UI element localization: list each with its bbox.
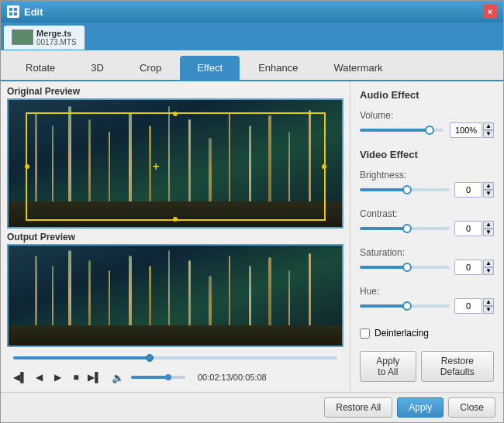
brightness-spin-down[interactable]: ▼ xyxy=(483,190,494,198)
hue-control-row: Hue: ▲ ▼ xyxy=(360,286,494,314)
output-video xyxy=(9,246,342,346)
saturation-thumb[interactable] xyxy=(402,263,412,272)
original-preview-label: Original Preview xyxy=(7,86,343,97)
file-thumbnail xyxy=(12,29,33,45)
window-title: Edit xyxy=(24,6,483,18)
output-preview-label: Output Preview xyxy=(7,232,343,242)
tab-enhance[interactable]: Enhance xyxy=(241,56,315,80)
brightness-slider-row: ▲ ▼ xyxy=(360,182,494,198)
next-frame-button[interactable]: ▶▌ xyxy=(88,370,102,384)
hue-label: Hue: xyxy=(360,286,494,297)
volume-fill-h xyxy=(360,129,426,132)
app-icon xyxy=(7,5,19,18)
tab-rotate[interactable]: Rotate xyxy=(9,56,72,80)
contrast-slider-row: ▲ ▼ xyxy=(360,221,494,236)
svg-rect-1 xyxy=(14,8,17,11)
output-preview-box xyxy=(7,244,343,347)
close-bottom-button[interactable]: Close xyxy=(448,397,495,418)
hue-spin-up[interactable]: ▲ xyxy=(483,298,494,306)
edit-window: Edit × Merge.ts 00173.MTS Rotate 3D Crop… xyxy=(0,0,504,423)
volume-value-input[interactable] xyxy=(450,122,482,138)
tab-crop[interactable]: Crop xyxy=(123,56,178,80)
crop-handle-right[interactable] xyxy=(322,164,326,169)
titlebar: Edit × xyxy=(1,1,503,22)
apply-to-all-button[interactable]: Apply to All xyxy=(360,351,416,382)
tab-watermark[interactable]: Watermark xyxy=(316,56,399,80)
deinterlacing-label: Deinterlacing xyxy=(375,328,429,339)
bottom-bar: Restore All Apply Close xyxy=(1,392,503,422)
play-button[interactable]: ▶ xyxy=(50,370,64,384)
hue-spinners: ▲ ▼ xyxy=(483,298,494,314)
original-preview-box: + xyxy=(7,98,343,229)
close-button[interactable]: × xyxy=(483,5,497,19)
saturation-label: Saturation: xyxy=(360,247,494,258)
prev-frame-button[interactable]: ◀ xyxy=(32,370,46,384)
player-controls: ◀▌ ◀ ▶ ■ ▶▌ 🔈 00:02:13/00:05:08 xyxy=(7,367,343,387)
original-video: + xyxy=(9,100,342,227)
contrast-spin-down[interactable]: ▼ xyxy=(483,229,494,236)
original-preview-section: Original Preview xyxy=(7,86,343,229)
saturation-value-box: ▲ ▼ xyxy=(454,260,494,275)
contrast-thumb[interactable] xyxy=(402,224,412,233)
hue-slider[interactable] xyxy=(360,304,450,308)
saturation-fill xyxy=(360,266,405,269)
restore-all-button[interactable]: Restore All xyxy=(324,397,392,418)
deinterlacing-checkbox[interactable] xyxy=(360,328,370,339)
volume-thumb-h[interactable] xyxy=(425,126,434,135)
apply-restore-row: Apply to All Restore Defaults xyxy=(360,351,494,382)
hue-value-box: ▲ ▼ xyxy=(454,298,494,314)
brightness-value-box: ▲ ▼ xyxy=(454,182,494,198)
hue-fill xyxy=(360,304,405,308)
contrast-spin-up[interactable]: ▲ xyxy=(483,221,494,229)
volume-slider[interactable] xyxy=(131,376,185,379)
brightness-label: Brightness: xyxy=(360,170,494,181)
scrubber-fill xyxy=(13,356,150,359)
main-content: Original Preview xyxy=(1,81,503,392)
volume-fill xyxy=(131,376,167,379)
tab-3d[interactable]: 3D xyxy=(74,56,121,80)
volume-thumb[interactable] xyxy=(165,374,171,380)
crop-handle-left[interactable] xyxy=(25,164,29,169)
saturation-slider[interactable] xyxy=(360,266,450,269)
saturation-spin-up[interactable]: ▲ xyxy=(483,260,494,267)
contrast-fill xyxy=(360,227,405,230)
skip-start-button[interactable]: ◀▌ xyxy=(13,370,27,384)
file-tab[interactable]: Merge.ts 00173.MTS xyxy=(4,26,85,50)
file-name: Merge.ts xyxy=(36,29,77,38)
svg-rect-2 xyxy=(9,12,12,15)
volume-icon: 🔈 xyxy=(111,370,125,384)
time-display: 00:02:13/00:05:08 xyxy=(198,373,267,382)
crop-handle-top[interactable] xyxy=(173,112,178,116)
volume-spin-up[interactable]: ▲ xyxy=(483,122,494,130)
saturation-input[interactable] xyxy=(454,260,482,275)
brightness-spinners: ▲ ▼ xyxy=(483,182,494,198)
hue-spin-down[interactable]: ▼ xyxy=(483,306,494,314)
volume-value-box: ▲ ▼ xyxy=(450,122,494,138)
volume-label: Volume: xyxy=(360,110,494,121)
brightness-input[interactable] xyxy=(454,182,482,198)
volume-slider-h[interactable] xyxy=(360,129,444,132)
video-effect-title: Video Effect xyxy=(360,149,494,160)
stop-button[interactable]: ■ xyxy=(69,370,83,384)
tab-effect[interactable]: Effect xyxy=(180,56,240,80)
file-tabs-bar: Merge.ts 00173.MTS xyxy=(1,22,503,50)
hue-input[interactable] xyxy=(454,298,482,314)
brightness-spin-up[interactable]: ▲ xyxy=(483,182,494,190)
scrubber-thumb[interactable] xyxy=(146,354,154,362)
brightness-control-row: Brightness: ▲ ▼ xyxy=(360,170,494,198)
contrast-value-box: ▲ ▼ xyxy=(454,221,494,236)
volume-spin-down[interactable]: ▼ xyxy=(483,130,494,138)
saturation-slider-row: ▲ ▼ xyxy=(360,260,494,275)
scrubber-track[interactable] xyxy=(13,356,337,359)
hue-thumb[interactable] xyxy=(402,301,412,311)
contrast-slider[interactable] xyxy=(360,227,450,230)
scrubber-bar[interactable] xyxy=(7,350,343,364)
brightness-thumb[interactable] xyxy=(402,185,412,194)
saturation-spin-down[interactable]: ▼ xyxy=(483,267,494,275)
apply-button[interactable]: Apply xyxy=(397,397,444,418)
contrast-input[interactable] xyxy=(454,221,482,236)
brightness-slider[interactable] xyxy=(360,188,450,191)
audio-effect-title: Audio Effect xyxy=(360,89,494,101)
nav-tabs: Rotate 3D Crop Effect Enhance Watermark xyxy=(1,50,503,81)
restore-defaults-button[interactable]: Restore Defaults xyxy=(421,351,494,382)
